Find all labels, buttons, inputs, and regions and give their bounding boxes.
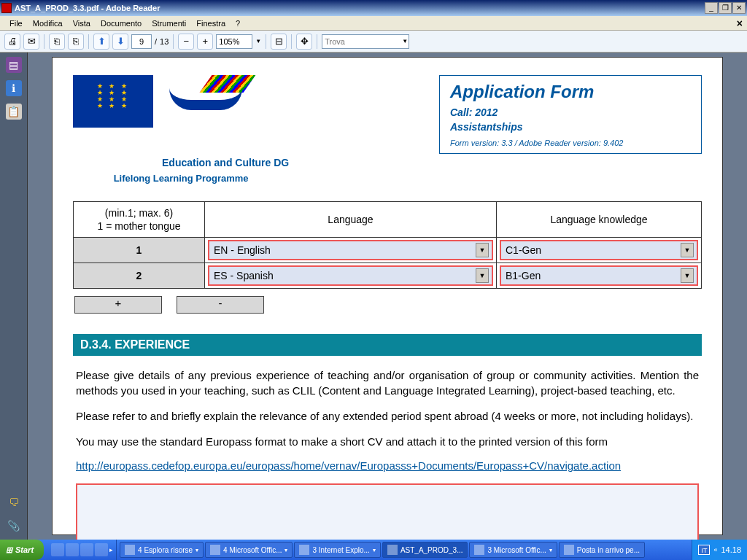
toolbar-separator [317,34,317,49]
ie-icon [299,545,309,555]
find-input[interactable] [322,34,409,49]
task-button[interactable]: 3 Microsoft Offic...▾ [469,542,557,558]
clock[interactable]: 14.18 [721,545,741,554]
chevron-down-icon[interactable]: ▼ [476,243,489,257]
taskbar: ⊞Start ▸ 4 Esplora risorse▾ 4 Microsoft … [0,540,747,560]
menu-help[interactable]: ? [231,18,245,29]
toolbar-separator [266,34,266,49]
start-button[interactable]: ⊞Start [0,540,44,560]
zoom-input[interactable] [216,34,252,49]
experience-textbox[interactable] [76,483,699,540]
language-dropdown[interactable]: EN - English▼ [208,240,493,260]
quicklaunch-icon[interactable] [80,543,93,556]
task-buttons: 4 Esplora risorse▾ 4 Microsoft Offic...▾… [117,542,692,558]
th-language: Language [205,202,497,238]
task-label: AST_A_PROD_3... [400,546,463,554]
document-viewport[interactable]: Education and Culture DG Lifelong Learni… [28,52,747,540]
task-button[interactable]: 3 Internet Explo...▾ [294,542,380,558]
task-button[interactable]: 4 Microsoft Offic...▾ [205,542,293,558]
zoom-box: ▼ [216,34,261,49]
task-button[interactable]: 4 Esplora risorse▾ [120,542,204,558]
attachments-panel-icon[interactable]: 📎 [6,518,22,534]
add-row-button[interactable]: + [74,296,162,314]
pdf-icon [1,3,12,13]
language-table: (min.1; max. 6) 1 = mother tongue Langua… [73,201,702,289]
quicklaunch-icon[interactable] [95,543,108,556]
table-row: 1 EN - English▼ C1-Gen▼ [74,238,702,263]
tray-expand-icon[interactable]: « [713,546,717,553]
task-label: Posta in arrivo pe... [577,546,640,554]
close-button[interactable]: ✕ [732,2,746,14]
body-paragraph: You may use the standard Europass format… [76,434,699,449]
page-down-icon[interactable]: ⬇ [112,34,128,50]
table-row: 2 ES - Spanish▼ B1-Gen▼ [74,263,702,289]
quicklaunch-icon[interactable] [51,543,64,556]
zoom-in-icon[interactable]: + [197,34,213,50]
page-separator: / [155,37,157,46]
form-info-box: Application Form Call: 2012 Assistantshi… [439,75,702,154]
scroll-mode-icon[interactable]: ⊟ [271,34,287,50]
menu-window[interactable]: Finestra [191,18,231,29]
excel-icon [474,545,484,555]
programme-logo [162,75,249,119]
menu-file[interactable]: File [4,18,28,29]
chevron-down-icon[interactable]: ▼ [681,268,694,283]
clipboard-panel-icon[interactable]: 📋 [6,104,22,120]
email-icon[interactable]: ✉ [23,34,39,50]
minimize-button[interactable]: _ [705,2,718,14]
knowledge-dropdown[interactable]: B1-Gen▼ [500,265,698,286]
chevron-down-icon[interactable]: ▼ [681,243,694,257]
sidebar: ▤ ℹ 📋 🗨 📎 [0,52,28,540]
language-indicator[interactable]: IT [698,545,710,555]
window-title: AST_A_PROD_3.3.pdf - Adobe Reader [15,4,704,12]
info-panel-icon[interactable]: ℹ [6,80,22,96]
toolbar-separator [88,34,89,49]
page-up-icon[interactable]: ⬆ [93,34,109,50]
task-label: 4 Esplora risorse [138,546,193,554]
toolbar-separator [44,34,44,49]
menu-view[interactable]: Vista [68,18,96,29]
menu-edit[interactable]: Modifica [28,18,68,29]
page-start-icon[interactable]: ⎗ [49,34,65,50]
collab-icon[interactable]: ⎘ [68,34,84,50]
toolbar: 🖨 ✉ ⎗ ⎘ ⬆ ⬇ / 13 − + ▼ ⊟ ✥ ▼ [0,31,747,52]
zoom-out-icon[interactable]: − [178,34,194,50]
row-number: 1 [74,238,205,263]
language-dropdown[interactable]: ES - Spanish▼ [208,265,493,286]
body-paragraph: Please give details of any previous expe… [76,368,699,398]
word-icon [210,545,220,555]
document-page: Education and Culture DG Lifelong Learni… [52,57,723,535]
logo-text: Education and Culture DG [162,157,289,168]
form-version: Form version: 3.3 / Adobe Reader version… [450,139,691,147]
knowledge-value: B1-Gen [506,270,541,281]
quicklaunch-icon[interactable] [66,543,79,556]
window-titlebar: AST_A_PROD_3.3.pdf - Adobe Reader _ ❐ ✕ [0,0,747,16]
pdf-icon [387,545,398,555]
menu-tools[interactable]: Strumenti [147,18,191,29]
zoom-dropdown-icon[interactable]: ▼ [255,38,261,44]
europass-link[interactable]: http://europass.cedefop.europa.eu/europa… [76,459,699,472]
find-dropdown-icon[interactable]: ▼ [402,38,408,44]
mail-icon [564,545,574,555]
knowledge-dropdown[interactable]: C1-Gen▼ [500,240,698,260]
quicklaunch-more-icon[interactable]: ▸ [109,546,113,553]
page-box: / 13 [131,34,169,49]
form-call: Call: 2012 [450,106,691,118]
fit-page-icon[interactable]: ✥ [296,34,312,50]
menu-close-icon[interactable]: × [732,18,747,29]
toolbar-separator [291,34,292,49]
comments-panel-icon[interactable]: 🗨 [6,494,22,510]
restore-button[interactable]: ❐ [719,2,732,14]
form-title: Application Form [450,82,691,102]
pages-panel-icon[interactable]: ▤ [6,57,22,73]
system-tray: IT « 14.18 [692,540,747,560]
remove-row-button[interactable]: - [177,296,264,314]
quicklaunch: ▸ [48,540,117,560]
menu-document[interactable]: Documento [96,18,147,29]
print-icon[interactable]: 🖨 [4,34,20,50]
task-button[interactable]: Posta in arrivo pe... [559,542,645,558]
page-current-input[interactable] [131,34,152,49]
language-value: EN - English [214,244,271,256]
chevron-down-icon[interactable]: ▼ [476,268,489,283]
task-button[interactable]: AST_A_PROD_3... [382,542,468,558]
